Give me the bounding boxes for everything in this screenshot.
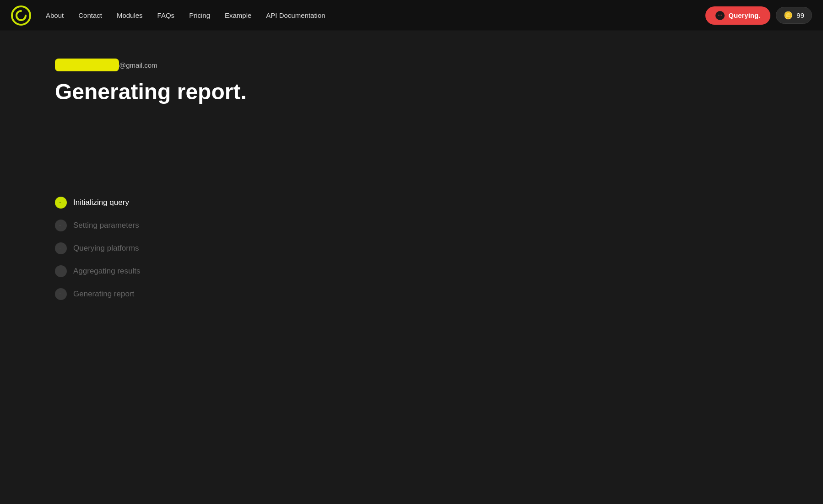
navbar-left: About Contact Modules FAQs Pricing Examp… [11, 5, 325, 26]
step-initializing-icon [55, 197, 67, 209]
nav-api-docs[interactable]: API Documentation [266, 11, 325, 19]
navbar: About Contact Modules FAQs Pricing Examp… [0, 0, 823, 31]
nav-faqs[interactable]: FAQs [157, 11, 175, 19]
nav-links: About Contact Modules FAQs Pricing Examp… [46, 11, 325, 19]
main-content: @gmail.com Generating report. Initializi… [0, 31, 823, 327]
step-initializing: Initializing query [55, 197, 768, 209]
querying-button-label: Querying. [728, 11, 760, 19]
step-aggregating-icon [55, 265, 67, 277]
steps-list: Initializing query Setting parameters Qu… [55, 197, 768, 300]
step-aggregating: Aggregating results [55, 265, 768, 277]
email-row: @gmail.com [55, 59, 768, 71]
credits-badge[interactable]: 🪙 99 [776, 7, 812, 24]
step-setting-icon [55, 220, 67, 231]
nav-modules[interactable]: Modules [117, 11, 143, 19]
nav-example[interactable]: Example [225, 11, 251, 19]
stack-icon: 🪙 [784, 11, 793, 20]
navbar-right: Querying. 🪙 99 [705, 6, 812, 25]
svg-point-0 [12, 6, 30, 25]
page-title: Generating report. [55, 79, 768, 105]
nav-about[interactable]: About [46, 11, 64, 19]
step-setting-label: Setting parameters [73, 221, 139, 230]
step-initializing-label: Initializing query [73, 198, 129, 207]
step-generating-label: Generating report [73, 290, 134, 299]
email-highlight [55, 59, 119, 71]
step-querying-label: Querying platforms [73, 244, 139, 253]
step-setting: Setting parameters [55, 220, 768, 231]
nav-contact[interactable]: Contact [78, 11, 102, 19]
step-aggregating-label: Aggregating results [73, 267, 140, 276]
credits-count: 99 [796, 11, 804, 19]
logo[interactable] [11, 5, 31, 26]
step-generating-icon [55, 288, 67, 300]
querying-dots-icon [715, 11, 725, 20]
nav-pricing[interactable]: Pricing [189, 11, 210, 19]
step-querying-icon [55, 242, 67, 254]
step-generating: Generating report [55, 288, 768, 300]
querying-button[interactable]: Querying. [705, 6, 770, 25]
step-querying: Querying platforms [55, 242, 768, 254]
email-suffix: @gmail.com [119, 61, 157, 69]
